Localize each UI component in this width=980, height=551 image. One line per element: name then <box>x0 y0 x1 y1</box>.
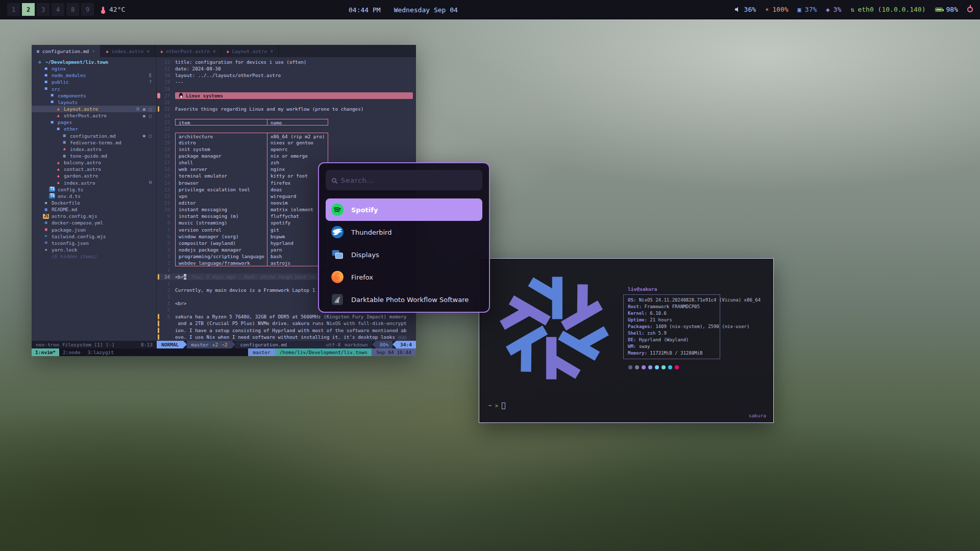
gpu-value: 3% <box>834 6 842 13</box>
editor-tabline: ▦ configuration.md × ▲ index.astro × ▲ o… <box>32 45 416 57</box>
file-icon: ■ <box>43 73 49 78</box>
prompt-path: ~ <box>488 403 492 409</box>
workspace-button[interactable]: 4 <box>52 3 64 16</box>
line-number: 28 <box>157 86 175 92</box>
editor-tab[interactable]: ▦ configuration.md × <box>32 45 101 57</box>
clock-date: Wednesday Sep 04 <box>394 6 458 14</box>
file-tree-item[interactable]: JS astro.config.mjs <box>32 213 156 219</box>
powerline-separator <box>183 341 187 348</box>
file-name: index.astro <box>70 146 102 152</box>
file-tree-item[interactable]: ■ nginx <box>32 65 156 72</box>
git-blame-text: You, 5 days ago - feat: write rough post… <box>186 273 315 280</box>
diff-added: +2 <box>212 341 218 348</box>
tmux-window-tab[interactable]: 3:lazygit <box>84 348 117 356</box>
line-number: 22 <box>157 126 175 132</box>
line-number: 8 <box>157 219 175 226</box>
editor-line: 24 <box>157 112 416 119</box>
file-name: contact.astro <box>64 166 101 172</box>
line-number: 34 <box>157 273 175 280</box>
diff-modified: ~2 <box>222 341 227 348</box>
file-tree-item[interactable]: ≈ tailwind.config.mjs <box>32 233 156 240</box>
editor-tab[interactable]: ▲ Layout.astro × <box>222 45 279 57</box>
file-tree-item[interactable]: ◆ Dockerfile <box>32 199 156 206</box>
file-tree-item[interactable]: ■ node_modules E <box>32 72 156 79</box>
workspace-button[interactable]: 8 <box>66 3 79 16</box>
launcher-item-darktable[interactable]: Darktable Photo Workflow Software <box>326 288 482 311</box>
file-tree-item[interactable]: ■ components <box>32 92 156 99</box>
launcher-item-spotify[interactable]: Spotify <box>326 198 482 221</box>
file-tree-item[interactable]: ▦ tone-guide.md <box>32 153 156 159</box>
file-tree-item[interactable]: ▲ contact.astro <box>32 166 156 172</box>
table-cell-name: nix or emerge <box>267 153 328 159</box>
table-cell-name: nixos or gentoo <box>267 139 328 146</box>
power-button[interactable] <box>967 7 973 12</box>
system-info-line: Memory: 11731MiB / 31280MiB <box>628 350 716 357</box>
file-tree-item[interactable]: ⌂ ~/Development/liv.town <box>32 59 156 65</box>
table-cell-item: item <box>175 119 267 126</box>
file-tree-item[interactable]: ▪ yarn.lock <box>32 246 156 253</box>
file-tree-item[interactable]: ■ pages <box>32 119 156 126</box>
network-module[interactable]: ⇅ eth0 (10.0.0.140) <box>850 6 925 13</box>
file-tree-item[interactable]: TS env.d.ts <box>32 193 156 199</box>
line-number: 14 <box>157 180 175 186</box>
editor-tab[interactable]: ▲ otherPost.astro × <box>155 45 222 57</box>
table-cell-item: editor <box>175 199 267 206</box>
git-status-badge: ● □ <box>143 113 156 118</box>
launcher-search[interactable] <box>326 170 482 190</box>
file-tree-item[interactable]: ▲ index.astro H <box>32 180 156 186</box>
file-tree-item[interactable]: ▦ README.md <box>32 206 156 213</box>
editor-tab[interactable]: ▲ index.astro × <box>101 45 155 57</box>
workspace-button[interactable]: 3 <box>37 3 50 16</box>
tab-close-icon[interactable]: × <box>146 48 150 54</box>
file-tree-item[interactable]: ▲ garden.astro <box>32 172 156 179</box>
file-tree-item[interactable]: (6 hidden items) <box>32 253 156 260</box>
prompt-char: > <box>495 403 498 409</box>
line-number: 18 <box>157 153 175 159</box>
file-tree-item[interactable]: ▲ index.astro <box>32 146 156 153</box>
table-cell-item: webdev language/framework <box>175 260 267 266</box>
system-info-line: WM: sway <box>628 343 716 350</box>
system-info-line: Uptime: 21 hours <box>628 317 716 323</box>
table-cell-item: shell <box>175 159 267 166</box>
shell-prompt[interactable]: ~ > <box>485 403 767 409</box>
tmux-window-tab[interactable]: 2:node <box>59 348 84 356</box>
file-tree-item[interactable]: ■ other <box>32 126 156 132</box>
battery-module[interactable]: 98% <box>935 6 958 13</box>
file-tree-item[interactable]: ▲ Layout.astro H ● □ <box>32 106 156 112</box>
file-tree-item[interactable]: ▣ package.json <box>32 227 156 233</box>
tmux-window-tab[interactable]: 1:nvim* <box>32 348 59 356</box>
line-number: 1 <box>157 266 175 273</box>
git-status-badge: ? <box>149 80 156 85</box>
file-tree-item[interactable]: ▲ balcony.astro <box>32 159 156 166</box>
file-icon <box>43 254 49 259</box>
tab-close-icon[interactable]: × <box>92 48 95 54</box>
launcher-item-thunderbird[interactable]: Thunderbird <box>326 221 482 243</box>
brightness-module[interactable]: ☀ 100% <box>765 6 789 13</box>
palette-dot <box>668 365 672 369</box>
workspace-button[interactable]: 2 <box>22 3 35 16</box>
line-number: 3 <box>157 293 175 300</box>
tab-close-icon[interactable]: × <box>270 48 273 54</box>
file-tree-item[interactable]: ▲ otherPost.astro ● □ <box>32 112 156 119</box>
file-tree-item[interactable]: ▦ configuration.md ● □ <box>32 133 156 139</box>
file-tree-item[interactable]: ⚙ tsconfig.json <box>32 240 156 246</box>
launcher-item-displays[interactable]: Displays <box>326 243 482 266</box>
git-status-badge: H ● □ <box>136 107 156 112</box>
tab-close-icon[interactable]: × <box>213 48 216 54</box>
file-tree-item[interactable]: ⚙ docker-compose.yml <box>32 219 156 226</box>
file-tree-item[interactable]: ■ src <box>32 86 156 92</box>
file-tree-item[interactable]: ■ public ? <box>32 79 156 85</box>
launcher-item-firefox[interactable]: Firefox <box>326 266 482 288</box>
workspace-button[interactable]: 9 <box>81 3 94 16</box>
line-number <box>157 334 175 340</box>
file-tree-item[interactable]: ▦ fediverse-terms.md <box>32 139 156 146</box>
search-input[interactable] <box>341 177 476 184</box>
file-tree-item[interactable]: ■ layouts <box>32 99 156 106</box>
line-number: 6 <box>157 313 175 320</box>
file-icon: ≈ <box>43 234 49 239</box>
workspace-button[interactable]: 1 <box>7 3 20 16</box>
file-icon: ⚙ <box>43 240 49 245</box>
volume-module[interactable]: 36% <box>735 6 756 13</box>
file-tree-item[interactable]: TS config.ts <box>32 186 156 193</box>
table-cell-item: browser <box>175 180 267 186</box>
